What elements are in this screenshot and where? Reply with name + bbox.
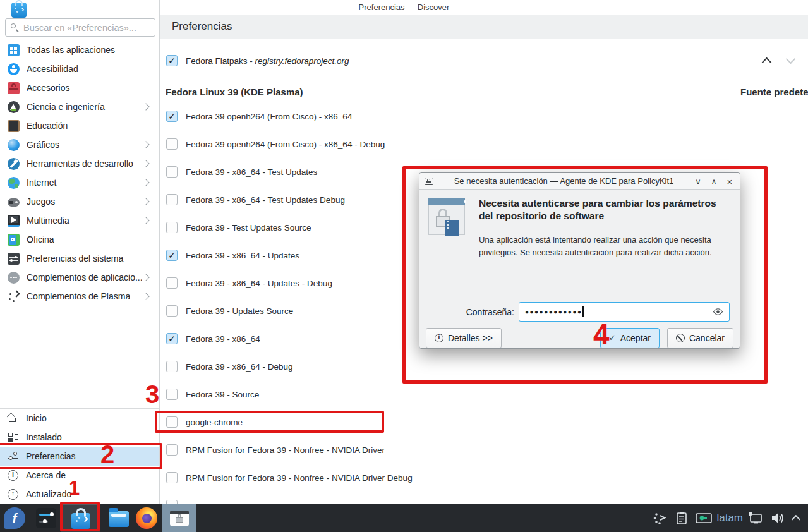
category-label: Complementos de Plasma bbox=[27, 291, 143, 301]
repo-label: Fedora 39 - Source bbox=[186, 390, 259, 399]
repo-checkbox[interactable] bbox=[166, 361, 178, 372]
sidebar-item-office[interactable]: Oficina bbox=[0, 230, 159, 249]
sphere-icon bbox=[8, 139, 20, 151]
repo-checkbox[interactable] bbox=[166, 305, 178, 317]
repo-label: RPM Fusion for Fedora 39 - Nonfree - NVI… bbox=[186, 473, 413, 483]
repo-checkbox[interactable] bbox=[166, 194, 178, 205]
repo-checkbox[interactable] bbox=[166, 444, 178, 456]
footer-label: Inicio bbox=[26, 413, 47, 423]
category-label: Gráficos bbox=[27, 140, 143, 150]
repo-checkbox[interactable] bbox=[166, 472, 178, 483]
flask-icon bbox=[8, 101, 20, 113]
repo-label: RPM Fusion for Fedora 39 - Nonfree - NVI… bbox=[186, 445, 385, 455]
sidebar-item-science[interactable]: Ciencia e ingeniería bbox=[0, 97, 159, 116]
repo-checkbox[interactable] bbox=[166, 222, 178, 233]
plasma-addons-icon bbox=[8, 291, 20, 303]
category-label: Juegos bbox=[27, 196, 143, 207]
annotation-box-google-chrome bbox=[155, 411, 384, 433]
repo-row: Fedora 39 openh264 (From Cisco) - x86_64 bbox=[160, 102, 808, 130]
taskbar: f latam bbox=[0, 504, 808, 532]
sidebar-item-games[interactable]: Juegos bbox=[0, 192, 159, 211]
repo-row: Fedora 39 openh264 (From Cisco) - x86_64… bbox=[160, 130, 808, 158]
footer-label: Instalado bbox=[26, 432, 62, 442]
chevron-right-icon bbox=[142, 179, 149, 186]
repo-checkbox[interactable] bbox=[166, 250, 178, 261]
repo-checkbox[interactable] bbox=[166, 389, 178, 400]
accessibility-icon bbox=[8, 63, 20, 75]
sidebar-item-accessibility[interactable]: Accesibilidad bbox=[0, 59, 159, 78]
all-apps-icon bbox=[8, 44, 20, 56]
sidebar-item-all-apps[interactable]: Todas las aplicaciones bbox=[0, 40, 159, 59]
repo-label: Fedora 39 - Test Updates Source bbox=[186, 223, 311, 233]
chevron-right-icon bbox=[142, 293, 149, 299]
installed-icon bbox=[8, 432, 18, 443]
info-icon: i bbox=[8, 470, 18, 481]
sidebar-item-internet[interactable]: Internet bbox=[0, 173, 159, 192]
repo-label: Fedora 39 - x86_64 - Test Updates Debug bbox=[186, 195, 345, 205]
volume-icon[interactable] bbox=[771, 512, 786, 524]
category-label: Complementos de aplicacio... bbox=[27, 272, 143, 282]
sidebar-item-education[interactable]: Educación bbox=[0, 116, 159, 135]
sidebar-header: › bbox=[0, 0, 159, 39]
tray-expand-icon[interactable] bbox=[792, 515, 800, 524]
file-manager-icon[interactable] bbox=[109, 511, 129, 527]
repo-checkbox[interactable] bbox=[166, 277, 178, 289]
repo-label: Fedora 39 openh264 (From Cisco) - x86_64 bbox=[186, 112, 352, 121]
section-title: Fedora Linux 39 (KDE Plasma) bbox=[166, 87, 303, 97]
search-box[interactable] bbox=[5, 18, 155, 37]
sliders-icon bbox=[8, 253, 20, 265]
media-icon[interactable] bbox=[696, 512, 712, 524]
repo-label: Fedora 39 - x86_64 - Updates bbox=[186, 251, 299, 260]
repo-label: Fedora 39 openh264 (From Cisco) - x86_64… bbox=[186, 140, 385, 149]
system-settings-icon[interactable] bbox=[36, 508, 56, 528]
auth-window-icon bbox=[170, 511, 189, 526]
app-launcher-fedora-icon[interactable]: f bbox=[4, 507, 25, 529]
repo-row: Fedora 39 - Source bbox=[160, 380, 808, 408]
annotation-step-2: 2 bbox=[100, 442, 114, 467]
search-input[interactable] bbox=[23, 23, 150, 33]
category-label: Accesibilidad bbox=[27, 64, 143, 74]
home-icon bbox=[8, 413, 18, 424]
category-label: Oficina bbox=[27, 234, 143, 245]
clipboard-icon[interactable] bbox=[676, 511, 687, 525]
sidebar-item-app-addons[interactable]: Complementos de aplicacio... bbox=[0, 268, 159, 287]
sidebar-item-home[interactable]: Inicio bbox=[0, 409, 159, 428]
category-label: Multimedia bbox=[27, 215, 143, 226]
repo-label: Fedora 39 - Updates Source bbox=[186, 306, 293, 316]
document-icon bbox=[8, 234, 20, 246]
sidebar-item-development[interactable]: Herramientas de desarrollo bbox=[0, 154, 159, 173]
toolbox-icon bbox=[8, 82, 20, 94]
repo-checkbox[interactable] bbox=[166, 138, 178, 150]
gamepad-icon bbox=[8, 198, 20, 207]
chevron-right-icon bbox=[142, 103, 149, 110]
repo-label: Fedora 39 - x86_64 - Test Updates bbox=[186, 167, 317, 177]
page-header: Preferencias bbox=[160, 15, 808, 39]
sidebar-item-accessories[interactable]: Accesorios bbox=[0, 78, 159, 97]
sidebar: › Todas las aplicaciones Accesibilidad A… bbox=[0, 0, 160, 504]
repo-label: Fedora 39 - x86_64 - Updates - Debug bbox=[186, 279, 332, 288]
category-label: Educación bbox=[27, 121, 143, 131]
source-row-flatpak: Fedora Flatpaks - registry.fedoraproject… bbox=[160, 51, 808, 70]
category-label: Todas las aplicaciones bbox=[27, 45, 143, 55]
sidebar-item-plasma-addons[interactable]: Complementos de Plasma bbox=[0, 287, 159, 306]
widgets-icon[interactable] bbox=[653, 512, 668, 524]
display-icon[interactable] bbox=[747, 511, 763, 525]
move-up-button[interactable] bbox=[760, 55, 775, 66]
move-down-button[interactable] bbox=[784, 55, 799, 66]
chevron-right-icon bbox=[142, 274, 149, 281]
repo-checkbox[interactable] bbox=[166, 166, 178, 178]
category-label: Internet bbox=[27, 178, 143, 188]
source-checkbox[interactable] bbox=[166, 55, 178, 66]
repo-checkbox[interactable] bbox=[166, 111, 178, 122]
page-title: Preferencias bbox=[172, 20, 232, 33]
repo-checkbox[interactable] bbox=[166, 333, 178, 344]
sidebar-item-system-settings[interactable]: Preferencias del sistema bbox=[0, 249, 159, 268]
sidebar-item-multimedia[interactable]: Multimedia bbox=[0, 211, 159, 230]
category-label: Ciencia e ingeniería bbox=[27, 102, 143, 112]
blackboard-icon bbox=[8, 120, 20, 132]
annotation-step-1: 1 bbox=[69, 478, 80, 498]
keyboard-layout-indicator[interactable]: latam bbox=[716, 512, 743, 524]
sidebar-item-graphics[interactable]: Gráficos bbox=[0, 135, 159, 154]
firefox-icon[interactable] bbox=[136, 507, 157, 529]
taskbar-item-auth-dialog[interactable] bbox=[162, 504, 196, 532]
